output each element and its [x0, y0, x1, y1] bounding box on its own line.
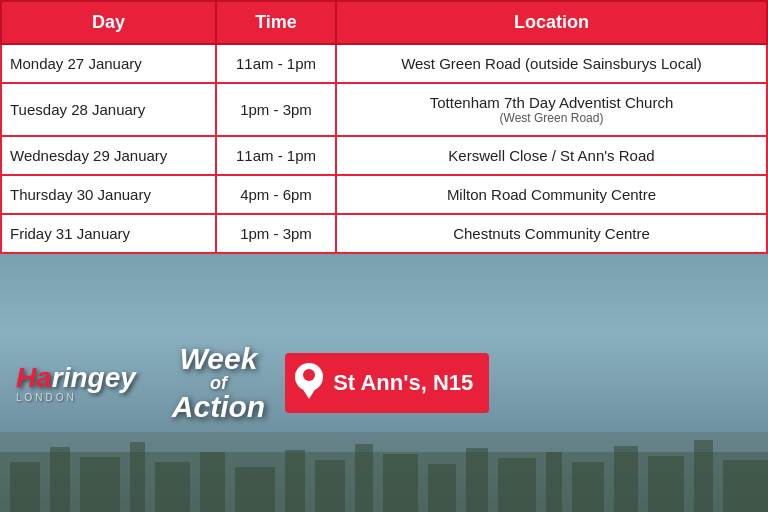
cell-day: Wednesday 29 January [1, 136, 216, 175]
cell-location-sub: (West Green Road) [345, 111, 758, 125]
action-label: Action [172, 392, 265, 422]
table-row: Friday 31 January1pm - 3pmChestnuts Comm… [1, 214, 767, 253]
week-label: Week [180, 344, 258, 374]
cell-time: 1pm - 3pm [216, 83, 336, 136]
haringey-prefix: Ha [16, 362, 52, 393]
table-row: Thursday 30 January4pm - 6pmMilton Road … [1, 175, 767, 214]
col-header-time: Time [216, 1, 336, 44]
table-row: Wednesday 29 January11am - 1pmKerswell C… [1, 136, 767, 175]
col-header-day: Day [1, 1, 216, 44]
footer-content: Haringey LONDON Week of Action [0, 254, 768, 512]
table-row: Monday 27 January11am - 1pmWest Green Ro… [1, 44, 767, 83]
cell-time: 11am - 1pm [216, 136, 336, 175]
location-badge: St Ann's, N15 [285, 353, 489, 413]
cell-location: Chestnuts Community Centre [336, 214, 767, 253]
haringey-name: Haringey [16, 364, 136, 392]
table-row: Tuesday 28 January1pm - 3pmTottenham 7th… [1, 83, 767, 136]
week-of-action: Week of Action [172, 344, 265, 422]
main-container: Day Time Location Monday 27 January11am … [0, 0, 768, 512]
cell-day: Thursday 30 January [1, 175, 216, 214]
cell-day: Tuesday 28 January [1, 83, 216, 136]
schedule-table-section: Day Time Location Monday 27 January11am … [0, 0, 768, 254]
footer-location-name: St Ann's, N15 [333, 370, 473, 396]
cell-time: 11am - 1pm [216, 44, 336, 83]
cell-location: Milton Road Community Centre [336, 175, 767, 214]
haringey-logo: Haringey LONDON [16, 364, 136, 403]
map-pin-icon [293, 361, 325, 405]
cell-day: Monday 27 January [1, 44, 216, 83]
cell-location: Kerswell Close / St Ann's Road [336, 136, 767, 175]
london-label: LONDON [16, 392, 77, 403]
cell-location: Tottenham 7th Day Adventist Church(West … [336, 83, 767, 136]
footer-section: Haringey LONDON Week of Action [0, 254, 768, 512]
svg-marker-24 [299, 383, 319, 399]
cell-day: Friday 31 January [1, 214, 216, 253]
schedule-table: Day Time Location Monday 27 January11am … [0, 0, 768, 254]
svg-point-23 [303, 369, 315, 381]
col-header-location: Location [336, 1, 767, 44]
cell-time: 1pm - 3pm [216, 214, 336, 253]
cell-time: 4pm - 6pm [216, 175, 336, 214]
cell-location: West Green Road (outside Sainsburys Loca… [336, 44, 767, 83]
